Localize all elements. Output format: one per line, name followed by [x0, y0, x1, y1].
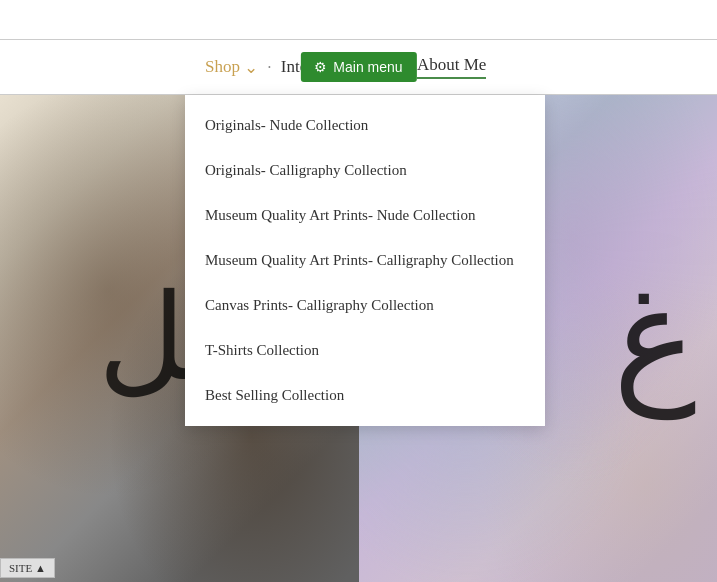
- nav-bar: Shop ⌄ • Interior Design • About Me ⚙ Ma…: [0, 40, 717, 95]
- top-bar: [0, 0, 717, 40]
- dropdown-item-best-selling[interactable]: Best Selling Collection: [185, 373, 545, 418]
- dropdown-item-originals-nude[interactable]: Originals- Nude Collection: [185, 103, 545, 148]
- shop-dropdown-menu: Originals- Nude CollectionOriginals- Cal…: [185, 95, 545, 426]
- shop-label: Shop: [205, 57, 240, 77]
- dropdown-item-canvas-calligraphy[interactable]: Canvas Prints- Calligraphy Collection: [185, 283, 545, 328]
- nav-shop-link[interactable]: Shop ⌄: [205, 57, 258, 78]
- main-menu-button[interactable]: ⚙ Main menu: [300, 52, 416, 82]
- chevron-down-icon: ⌄: [244, 57, 258, 78]
- dot-separator-1: •: [268, 63, 271, 72]
- nav-about-link[interactable]: About Me: [417, 55, 486, 79]
- dropdown-item-museum-calligraphy[interactable]: Museum Quality Art Prints- Calligraphy C…: [185, 238, 545, 283]
- site-badge[interactable]: SITE ▲: [0, 558, 55, 578]
- dropdown-item-originals-calligraphy[interactable]: Originals- Calligraphy Collection: [185, 148, 545, 193]
- gear-icon: ⚙: [314, 59, 327, 75]
- dropdown-item-museum-nude[interactable]: Museum Quality Art Prints- Nude Collecti…: [185, 193, 545, 238]
- dropdown-item-tshirts[interactable]: T-Shirts Collection: [185, 328, 545, 373]
- main-menu-label: Main menu: [333, 59, 402, 75]
- status-bar: SITE ▲: [0, 554, 55, 582]
- site-label: SITE: [9, 562, 32, 574]
- about-label: About Me: [417, 55, 486, 74]
- nav-center: Shop ⌄ • Interior Design • About Me: [205, 55, 697, 79]
- site-chevron-icon: ▲: [35, 562, 46, 574]
